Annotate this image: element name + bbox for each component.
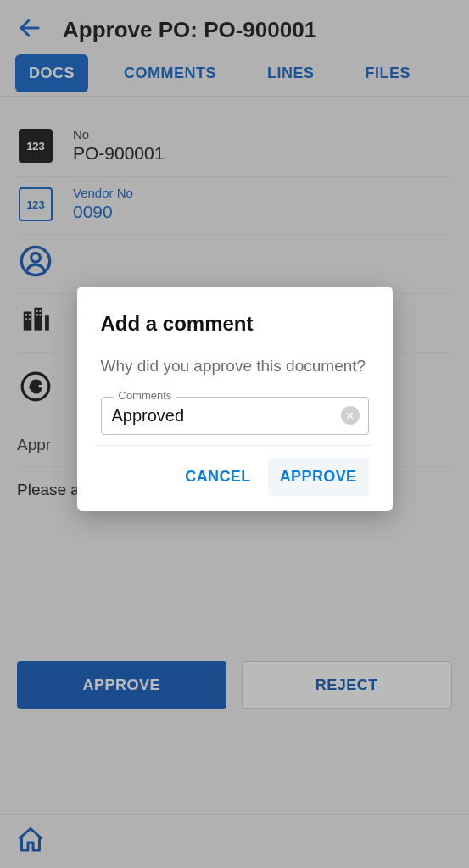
comments-field[interactable]: Comments ✕ <box>101 397 369 435</box>
add-comment-dialog: Add a comment Why did you approve this d… <box>77 287 393 511</box>
dialog-actions: CANCEL APPROVE <box>101 458 369 496</box>
dialog-divider <box>98 445 372 446</box>
comments-input[interactable] <box>112 406 334 426</box>
app-screen: Approve PO: PO-900001 DOCS COMMENTS LINE… <box>0 0 469 868</box>
comments-field-label: Comments <box>114 389 177 402</box>
dialog-title: Add a comment <box>101 312 369 336</box>
dialog-approve-button[interactable]: APPROVE <box>268 458 369 496</box>
dialog-cancel-button[interactable]: CANCEL <box>173 458 262 496</box>
clear-input-icon[interactable]: ✕ <box>341 406 360 425</box>
dialog-prompt: Why did you approve this document? <box>101 354 369 378</box>
